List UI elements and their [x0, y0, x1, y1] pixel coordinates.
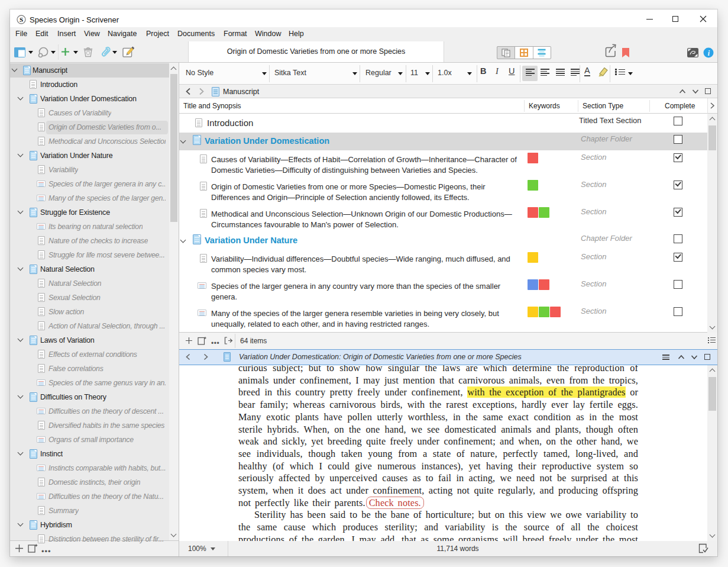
svg-text:S: S: [20, 16, 23, 23]
